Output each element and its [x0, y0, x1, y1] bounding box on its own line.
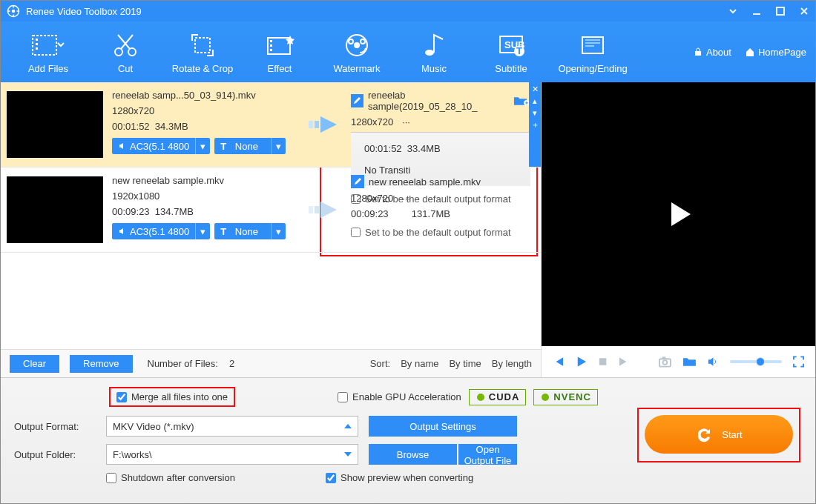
svg-rect-6: [36, 47, 38, 50]
svg-text:T: T: [516, 45, 522, 56]
audio-badge[interactable]: AC3(5.1 4800▾: [112, 223, 210, 239]
dropdown-icon[interactable]: [728, 6, 738, 16]
svg-rect-30: [599, 358, 606, 365]
edit-output-icon[interactable]: [351, 175, 364, 188]
tool-music[interactable]: Music: [395, 30, 473, 74]
homepage-link[interactable]: HomePage: [745, 47, 806, 58]
minimize-icon[interactable]: [751, 6, 762, 16]
home-icon: [745, 47, 755, 57]
tool-effect[interactable]: Effect: [241, 30, 318, 74]
svg-point-8: [128, 48, 136, 56]
nvenc-badge: NVENC: [533, 389, 598, 405]
more-icon[interactable]: ···: [402, 193, 410, 204]
bottom-panel: Merge all files into one Enable GPU Acce…: [1, 377, 815, 503]
row-down-icon[interactable]: ▾: [533, 107, 537, 118]
gpu-checkbox[interactable]: [338, 392, 348, 402]
tool-cut[interactable]: Cut: [87, 30, 164, 74]
play-large-icon: [662, 198, 695, 231]
tool-rotate-crop[interactable]: Rotate & Crop: [164, 30, 241, 74]
output-format-combo[interactable]: MKV Video (*.mkv): [106, 416, 358, 437]
svg-rect-33: [662, 357, 666, 359]
svg-point-32: [663, 360, 668, 365]
file-dimensions: 1280x720: [112, 105, 299, 116]
tool-opening-ending[interactable]: Opening/Ending: [550, 30, 636, 74]
snapshot-icon[interactable]: [658, 355, 672, 368]
open-folder-icon[interactable]: [682, 356, 697, 368]
file-dimensions: 1920x1080: [112, 190, 299, 202]
browse-button[interactable]: Browse: [369, 444, 457, 465]
sort-by-name[interactable]: By name: [401, 358, 438, 369]
tool-add-files[interactable]: Add Files: [10, 30, 87, 74]
maximize-icon[interactable]: [775, 6, 786, 16]
app-title: Renee Video Toolbox 2019: [26, 6, 722, 17]
subtitle-badge[interactable]: T None▾: [214, 223, 286, 239]
svg-rect-29: [315, 206, 319, 213]
file-row[interactable]: new reneelab sample.mkv 1920x1080 00:09:…: [1, 168, 541, 253]
tool-watermark[interactable]: Watermark: [318, 30, 395, 74]
sort-by-time[interactable]: By time: [449, 358, 481, 369]
svg-rect-23: [582, 37, 603, 53]
output-format-label: Output Format:: [14, 421, 96, 432]
speaker-icon: [118, 227, 127, 236]
row-add-icon[interactable]: ＋: [531, 119, 539, 130]
main-toolbar: Add Files Cut Rotate & Crop Effect Water…: [1, 21, 815, 82]
svg-rect-2: [777, 7, 784, 15]
file-row[interactable]: reneelab samp...50_03_914).mkv 1280x720 …: [1, 82, 541, 168]
play-icon[interactable]: [575, 355, 588, 368]
start-button[interactable]: Start: [645, 415, 793, 454]
prev-icon[interactable]: [552, 355, 565, 368]
about-link[interactable]: About: [693, 47, 731, 58]
more-icon[interactable]: ···: [402, 116, 410, 127]
file-name: reneelab samp...50_03_914).mkv: [112, 90, 299, 101]
clear-button[interactable]: Clear: [10, 355, 59, 373]
svg-rect-12: [270, 44, 272, 47]
open-output-folder-button[interactable]: Open Output File: [458, 444, 517, 465]
output-name: reneelab sample(2019_05_28_10_: [368, 90, 509, 112]
preview-checkbox[interactable]: [326, 473, 336, 483]
row-close-icon[interactable]: ✕: [532, 84, 539, 94]
svg-point-18: [425, 50, 434, 56]
shutdown-checkbox[interactable]: [106, 473, 116, 483]
preview-controls: [542, 346, 815, 377]
list-footer: Clear Remove Number of Files: 2 Sort: By…: [1, 349, 541, 377]
sort-by-length[interactable]: By length: [492, 358, 532, 369]
svg-point-35: [542, 394, 549, 401]
title-bar: Renee Video Toolbox 2019: [1, 1, 815, 21]
svg-rect-26: [315, 121, 319, 128]
svg-rect-11: [270, 40, 272, 42]
file-list-pane: reneelab samp...50_03_914).mkv 1280x720 …: [1, 82, 541, 377]
remove-button[interactable]: Remove: [70, 355, 132, 373]
merge-checkbox[interactable]: [116, 392, 127, 402]
row-up-icon[interactable]: ▴: [533, 96, 537, 106]
output-settings-button[interactable]: Output Settings: [369, 416, 517, 437]
file-count: 2: [229, 358, 234, 369]
output-folder-combo[interactable]: F:\works\: [106, 444, 358, 465]
close-icon[interactable]: [799, 6, 809, 16]
arrow-icon: [302, 168, 346, 252]
svg-rect-4: [36, 39, 38, 41]
app-logo-icon: [7, 4, 20, 18]
svg-rect-24: [695, 51, 701, 56]
lock-icon: [693, 47, 703, 57]
tool-subtitle[interactable]: SUBT Subtitle: [473, 30, 550, 74]
edit-output-icon[interactable]: [351, 94, 363, 107]
subtitle-badge[interactable]: T None▾: [214, 138, 286, 154]
thumbnail: [7, 176, 103, 243]
svg-rect-9: [195, 38, 210, 53]
next-icon[interactable]: [618, 355, 631, 368]
audio-badge[interactable]: AC3(5.1 4800▾: [112, 138, 210, 154]
speaker-icon: [118, 142, 127, 150]
default-format-checkbox[interactable]: [351, 228, 361, 237]
svg-point-17: [361, 39, 365, 44]
svg-rect-25: [309, 121, 313, 128]
fullscreen-icon[interactable]: [792, 355, 805, 368]
svg-rect-5: [36, 43, 38, 45]
preview-video[interactable]: [542, 82, 815, 346]
output-name: new reneelab sample.mkv: [369, 176, 481, 188]
volume-icon[interactable]: [707, 356, 720, 368]
stop-icon[interactable]: [598, 357, 608, 367]
folder-add-icon[interactable]: [513, 95, 530, 107]
output-folder-label: Output Folder:: [14, 449, 96, 460]
file-name: new reneelab sample.mkv: [112, 175, 299, 186]
volume-slider[interactable]: [730, 360, 782, 363]
